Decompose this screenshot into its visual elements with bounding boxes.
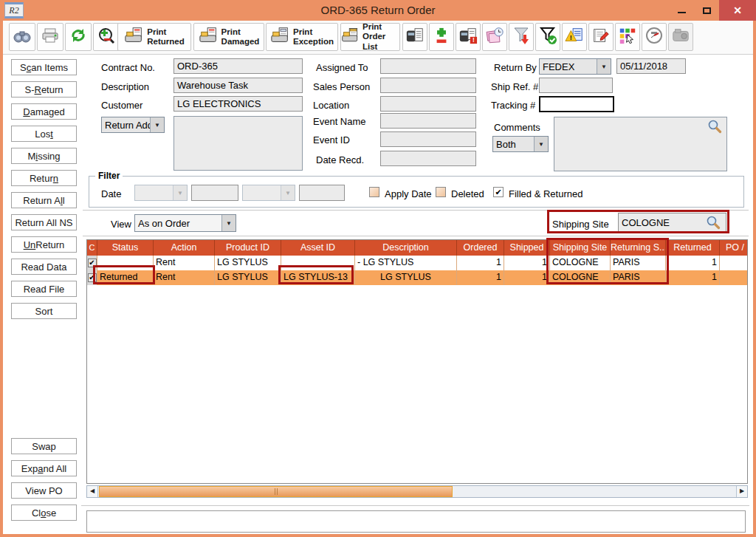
maximize-button[interactable]	[694, 0, 719, 21]
comments-label: Comments	[494, 122, 540, 133]
sidebar-button-unreturn[interactable]: UnReturn	[11, 236, 77, 253]
column-header-shipped[interactable]: Shipped	[504, 240, 550, 256]
return-by-dropdown[interactable]: FEDEX ▼	[539, 58, 611, 75]
sidebar-button-read-file[interactable]: Read File	[11, 281, 77, 297]
comments-search-icon[interactable]	[707, 119, 722, 134]
notepad-edit-icon	[591, 26, 611, 48]
description-field: Warehouse Task	[173, 78, 303, 93]
horizontal-scrollbar[interactable]: ◀ ▶	[86, 485, 748, 498]
sidebar-button-missing[interactable]: Missing	[11, 148, 77, 164]
date-recd-field	[380, 151, 476, 166]
sidebar-button-view-po[interactable]: View PO	[11, 482, 77, 499]
close-button[interactable]: ✕	[719, 0, 756, 21]
filled-returned-label: Filled & Returned	[509, 188, 583, 199]
add-remove-button[interactable]	[429, 23, 454, 51]
cell-returned: 1	[666, 270, 720, 285]
view-dropdown[interactable]: As on Order ▼	[134, 214, 236, 232]
refresh-button[interactable]	[65, 23, 92, 51]
cell-returned: 1	[666, 256, 720, 270]
sidebar-button-expand-all[interactable]: Expand All	[11, 460, 77, 476]
binoculars-icon	[13, 27, 32, 47]
gauge-icon	[645, 26, 664, 48]
device-disabled-icon	[671, 27, 690, 47]
funnel-arrow-button[interactable]	[509, 23, 534, 51]
sidebar-button-scan-items[interactable]: Scan Items	[11, 59, 77, 75]
scan-equipment-button[interactable]	[402, 23, 427, 51]
scan-alert-button[interactable]: !	[456, 23, 481, 51]
return-addr-dropdown[interactable]: Return Addr... ▼	[101, 117, 165, 133]
sidebar-button-s-return[interactable]: S-Return	[11, 81, 77, 98]
scroll-left-arrow[interactable]: ◀	[87, 486, 98, 497]
print-order-list-button[interactable]: PrintOrder List	[340, 23, 400, 51]
column-header-returning-site[interactable]: Returning S...	[611, 240, 666, 256]
table-row-selected[interactable]: ✔ Returned Rent LG STYLUS LG STYLUS-13 L…	[87, 270, 747, 285]
shipping-site-search-icon[interactable]	[706, 215, 721, 230]
notepad-edit-button[interactable]	[588, 23, 614, 51]
column-header-po[interactable]: PO /	[720, 240, 747, 256]
cell-description: - LG STYLUS	[355, 256, 457, 270]
notes-clock-icon	[485, 26, 504, 48]
find-button[interactable]	[9, 23, 35, 51]
sidebar-button-lost[interactable]: Lost	[11, 126, 77, 142]
row-checkbox[interactable]: ✔	[88, 273, 97, 282]
column-header-check[interactable]: C	[87, 240, 97, 256]
column-header-shipping-site[interactable]: Shipping Site	[550, 240, 611, 256]
sidebar-button-return-all-ns[interactable]: Return All NS	[11, 214, 77, 230]
chevron-down-icon: ▼	[281, 185, 295, 200]
column-header-ordered[interactable]: Ordered	[457, 240, 504, 256]
customer-field: LG ELECTRONICS	[173, 96, 303, 112]
zoom-button[interactable]	[93, 23, 120, 51]
column-header-status[interactable]: Status	[97, 240, 154, 256]
chevron-down-icon[interactable]: ▼	[150, 117, 164, 132]
scrollbar-thumb[interactable]	[99, 486, 453, 497]
printer-icon	[41, 27, 60, 47]
scroll-right-arrow[interactable]: ▶	[736, 486, 747, 497]
column-header-description[interactable]: Description	[355, 240, 457, 256]
status-box	[86, 510, 746, 533]
color-grid-button[interactable]	[615, 23, 640, 51]
sidebar-button-damaged[interactable]: Damaged	[11, 103, 77, 120]
row-checkbox[interactable]: ✔	[88, 259, 97, 267]
print-button[interactable]	[37, 23, 63, 51]
color-grid-icon	[618, 26, 637, 48]
comments-filter-dropdown[interactable]: Both ▼	[492, 136, 549, 152]
toolbar: PrintReturned PrintDamaged PrintExceptio…	[3, 21, 753, 55]
scan-equipment-icon	[405, 26, 425, 48]
funnel-check-button[interactable]	[535, 23, 560, 51]
sidebar-button-swap[interactable]: Swap	[11, 438, 77, 454]
filter-date-from-dropdown: ▼	[134, 185, 188, 201]
table-row[interactable]: ✔ Rent LG STYLUS - LG STYLUS 1 1 COLOGNE…	[87, 256, 747, 270]
cell-action: Rent	[154, 256, 215, 270]
print-damaged-button[interactable]: PrintDamaged	[193, 23, 264, 51]
deleted-checkbox[interactable]	[436, 187, 446, 197]
sidebar-button-read-data[interactable]: Read Data	[11, 259, 77, 275]
sidebar-button-return[interactable]: Return	[11, 170, 77, 186]
column-header-returned[interactable]: Returned	[666, 240, 720, 256]
print-damaged-icon	[199, 26, 219, 48]
cell-shipped: 1	[504, 256, 550, 270]
gauge-button[interactable]	[642, 23, 667, 51]
minimize-button[interactable]	[669, 0, 694, 21]
print-exception-button[interactable]: PrintException	[266, 23, 338, 51]
sidebar-button-sort[interactable]: Sort	[11, 303, 77, 319]
notes-clock-button[interactable]	[482, 23, 507, 51]
apply-date-checkbox[interactable]	[369, 187, 379, 197]
sidebar-button-return-all[interactable]: Return All	[11, 192, 77, 208]
cell-po	[720, 270, 747, 285]
filled-returned-checkbox[interactable]: ✔	[493, 187, 504, 197]
chevron-down-icon[interactable]: ▼	[597, 59, 611, 74]
sidebar-button-close[interactable]: Close	[11, 504, 77, 521]
print-order-list-icon	[341, 26, 360, 48]
column-header-asset-id[interactable]: Asset ID	[281, 240, 355, 256]
tracking-field[interactable]	[539, 96, 614, 112]
chevron-down-icon[interactable]: ▼	[221, 215, 236, 231]
cell-product-id: LG STYLUS	[215, 270, 281, 285]
column-header-product-id[interactable]: Product ID	[215, 240, 281, 256]
column-header-action[interactable]: Action	[154, 240, 215, 256]
warning-document-button[interactable]: !	[562, 23, 587, 51]
chevron-down-icon[interactable]: ▼	[534, 137, 548, 151]
print-returned-button[interactable]: PrintReturned	[117, 23, 191, 51]
event-name-field	[380, 113, 476, 129]
comments-textarea[interactable]	[554, 117, 727, 171]
return-by-label: Return By	[494, 62, 537, 73]
